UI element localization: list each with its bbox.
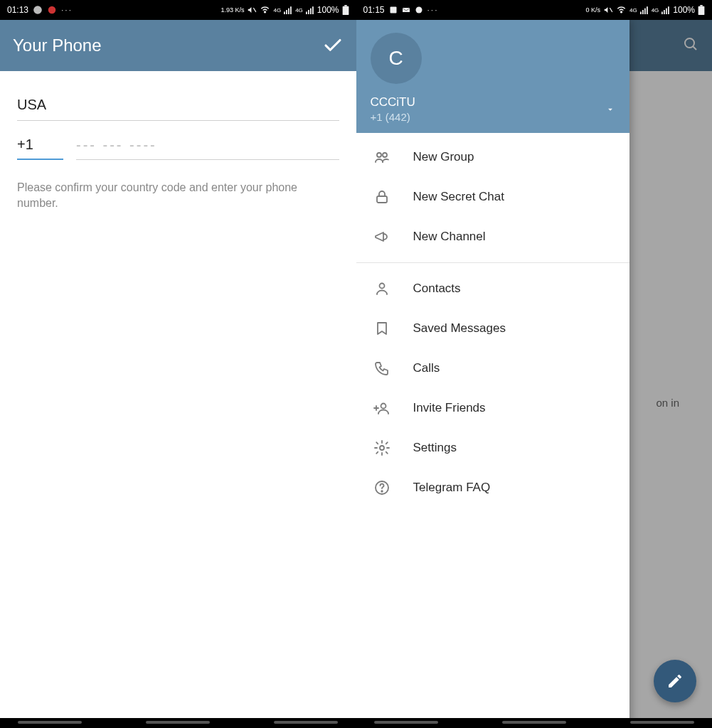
wifi-icon	[616, 5, 627, 15]
svg-rect-5	[286, 10, 287, 14]
app-status-icon	[33, 5, 43, 15]
drawer-new-secret-chat[interactable]: New Secret Chat	[356, 177, 629, 217]
svg-rect-24	[666, 9, 667, 14]
account-name: CCCiTU	[371, 95, 615, 109]
svg-rect-27	[698, 6, 705, 15]
chevron-down-icon[interactable]	[605, 105, 615, 117]
svg-point-30	[377, 153, 381, 157]
svg-point-33	[379, 284, 384, 289]
signal-icon-2	[306, 6, 314, 14]
svg-rect-14	[390, 7, 396, 14]
drawer-item-label: New Secret Chat	[413, 190, 505, 204]
navigation-drawer: C CCCiTU +1 (442) New GroupNew Secret Ch…	[356, 20, 629, 728]
signal-4g-1: 4G	[629, 7, 637, 14]
drawer-item-label: Settings	[413, 441, 457, 455]
mute-icon	[603, 5, 613, 15]
drawer-contacts[interactable]: Contacts	[356, 269, 629, 309]
svg-rect-12	[344, 5, 347, 6]
drawer-new-channel[interactable]: New Channel	[356, 217, 629, 257]
signal-4g-1: 4G	[273, 7, 281, 14]
battery-icon	[698, 5, 705, 15]
signal-icon-1	[284, 6, 292, 14]
svg-rect-9	[308, 10, 309, 14]
battery-icon	[342, 5, 349, 15]
account-phone: +1 (442)	[371, 111, 615, 123]
battery-percent: 100%	[317, 5, 339, 15]
svg-point-39	[381, 491, 383, 492]
megaphone-icon	[372, 228, 392, 245]
svg-point-17	[621, 11, 622, 13]
drawer-item-label: New Channel	[413, 230, 486, 244]
svg-point-0	[33, 6, 42, 14]
svg-point-31	[383, 153, 387, 157]
signal-4g-2: 4G	[295, 7, 303, 14]
svg-line-16	[610, 8, 612, 12]
wifi-icon	[260, 5, 270, 15]
svg-rect-21	[647, 6, 648, 14]
compose-fab[interactable]	[654, 660, 696, 702]
status-bar: 01:13 ··· 1.93 K/s 4G 4G 100%	[0, 0, 356, 20]
svg-rect-18	[640, 11, 642, 14]
invite-icon	[372, 400, 392, 417]
svg-rect-22	[661, 11, 663, 14]
svg-rect-20	[644, 9, 646, 14]
more-status-icon: ···	[427, 5, 439, 15]
drawer-item-label: New Group	[413, 150, 474, 164]
bookmark-icon	[372, 320, 392, 337]
drawer-settings[interactable]: Settings	[356, 428, 629, 468]
svg-rect-13	[342, 6, 349, 15]
svg-point-3	[265, 11, 266, 13]
lock-icon	[372, 188, 392, 205]
notification-icon	[402, 6, 410, 14]
screen-drawer-open: 01:15 ··· 0 K/s 4G 4G 100% on in	[356, 0, 713, 728]
country-selector[interactable]: USA	[17, 84, 339, 121]
drawer-header[interactable]: C CCCiTU +1 (442)	[356, 20, 629, 133]
confirm-button[interactable]	[322, 35, 344, 56]
drawer-saved-messages[interactable]: Saved Messages	[356, 309, 629, 348]
status-time: 01:13	[7, 5, 28, 15]
drawer-item-label: Telegram FAQ	[413, 481, 491, 495]
signal-4g-2: 4G	[652, 7, 659, 14]
svg-rect-10	[310, 9, 312, 14]
android-nav-bar	[0, 718, 356, 728]
drawer-invite-friends[interactable]: Invite Friends	[356, 388, 629, 428]
avatar[interactable]: C	[371, 33, 422, 84]
country-code-input[interactable]	[17, 136, 63, 160]
status-bar: 01:15 ··· 0 K/s 4G 4G 100%	[356, 0, 713, 20]
svg-point-15	[415, 7, 422, 14]
svg-point-37	[380, 446, 384, 450]
network-speed: 0 K/s	[585, 7, 600, 14]
svg-point-1	[48, 6, 56, 14]
drawer-item-label: Saved Messages	[413, 321, 506, 336]
help-icon	[372, 479, 392, 496]
svg-rect-4	[284, 11, 285, 14]
page-title: Your Phone	[13, 36, 102, 55]
mute-icon	[247, 5, 257, 15]
drawer-item-label: Calls	[413, 361, 440, 375]
svg-rect-25	[668, 6, 669, 14]
notification-icon	[415, 6, 423, 14]
svg-rect-11	[312, 6, 314, 14]
phone-form: USA Please confirm your country code and…	[0, 71, 356, 728]
svg-point-34	[381, 404, 386, 409]
drawer-divider	[356, 262, 629, 263]
toolbar: Your Phone	[0, 20, 356, 71]
svg-rect-6	[288, 9, 289, 14]
network-speed: 1.93 K/s	[220, 7, 244, 14]
battery-percent: 100%	[673, 5, 695, 15]
svg-rect-7	[290, 6, 292, 14]
android-nav-bar	[356, 718, 713, 728]
phone-icon	[372, 360, 392, 377]
drawer-item-label: Invite Friends	[413, 401, 486, 415]
drawer-faq[interactable]: Telegram FAQ	[356, 468, 629, 508]
status-time: 01:15	[363, 5, 385, 15]
group-icon	[372, 149, 392, 166]
drawer-calls[interactable]: Calls	[356, 348, 629, 388]
signal-icon-1	[640, 6, 649, 14]
gear-icon	[372, 439, 392, 456]
phone-number-input[interactable]	[76, 137, 339, 160]
drawer-new-group[interactable]: New Group	[356, 137, 629, 177]
svg-rect-23	[664, 10, 665, 14]
hint-text: Please confirm your country code and ent…	[17, 180, 339, 212]
drawer-list: New GroupNew Secret ChatNew ChannelConta…	[356, 133, 629, 512]
